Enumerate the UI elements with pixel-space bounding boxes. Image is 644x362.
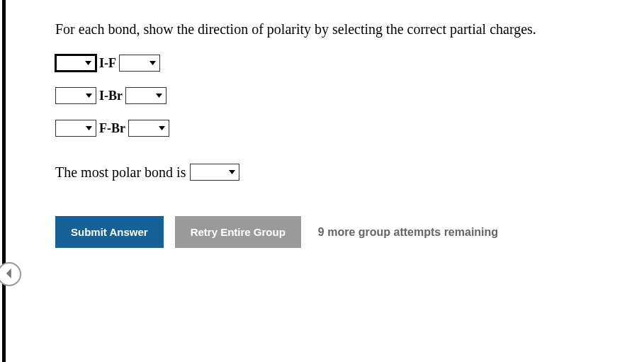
- bond-label: I-F: [99, 56, 116, 71]
- bond-label: F-Br: [99, 121, 125, 136]
- bond-1-right-charge-select[interactable]: [119, 55, 160, 72]
- bond-2-right-charge-select[interactable]: [125, 87, 166, 104]
- collapse-tab[interactable]: [0, 262, 21, 286]
- most-polar-label: The most polar bond is: [55, 164, 186, 181]
- button-row: Submit Answer Retry Entire Group 9 more …: [55, 216, 630, 248]
- most-polar-row: The most polar bond is: [55, 164, 630, 181]
- bond-3-left-charge-select[interactable]: [55, 120, 96, 137]
- question-text: For each bond, show the direction of pol…: [55, 21, 630, 38]
- bond-row: I-Br: [55, 87, 630, 104]
- bond-label: I-Br: [99, 89, 123, 103]
- bond-row: F-Br: [55, 120, 630, 137]
- bond-1-left-charge-select[interactable]: [55, 55, 96, 72]
- retry-group-button[interactable]: Retry Entire Group: [175, 216, 301, 248]
- bond-row: I-F: [55, 55, 630, 72]
- submit-answer-button[interactable]: Submit Answer: [55, 216, 164, 248]
- chevron-left-icon: [4, 267, 14, 282]
- question-content: For each bond, show the direction of pol…: [55, 21, 630, 248]
- left-border: [0, 0, 6, 362]
- most-polar-select[interactable]: [190, 164, 239, 181]
- bond-3-right-charge-select[interactable]: [128, 120, 169, 137]
- bond-2-left-charge-select[interactable]: [55, 87, 96, 104]
- attempts-remaining-text: 9 more group attempts remaining: [318, 226, 498, 239]
